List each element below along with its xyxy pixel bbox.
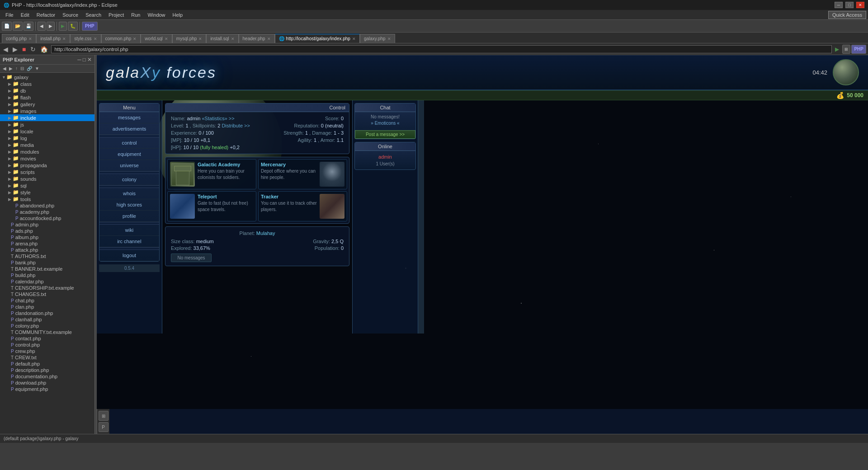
tb-back-btn[interactable]: ◀: [38, 22, 46, 31]
tree-accountlocked[interactable]: ▶ P accountlocked.php: [0, 215, 94, 221]
menu-whois[interactable]: whois: [99, 188, 159, 199]
et-collapse[interactable]: ⊟: [19, 66, 25, 71]
tree-root[interactable]: ▼ 📁 galaxy: [0, 74, 94, 80]
no-messages-btn[interactable]: No messages: [171, 254, 212, 262]
tree-clandonation[interactable]: P clandonation.php: [0, 310, 94, 316]
tree-abandoned[interactable]: ▶ P abandoned.php: [0, 202, 94, 209]
menu-file[interactable]: File: [2, 11, 17, 19]
tab-mysql[interactable]: mysql.php ✕: [172, 34, 207, 43]
tree-propaganda[interactable]: ▶ 📁 propaganda: [0, 162, 94, 169]
addr-stop-btn[interactable]: ■: [21, 46, 27, 53]
tree-bank[interactable]: P bank.php: [0, 259, 94, 266]
tree-contact[interactable]: P contact.php: [0, 335, 94, 342]
tab-style-close[interactable]: ✕: [94, 37, 97, 41]
tree-flash[interactable]: ▶ 📁 flash: [0, 94, 94, 101]
tab-world-close[interactable]: ✕: [165, 37, 168, 41]
menu-advertisements[interactable]: advertisements: [99, 123, 159, 135]
tree-modules[interactable]: ▶ 📁 modules: [0, 148, 94, 155]
tb-open-btn[interactable]: 📂: [13, 22, 23, 31]
tab-install-sql-close[interactable]: ✕: [231, 37, 235, 41]
tree-gallery[interactable]: ▶ 📁 gallery: [0, 101, 94, 108]
tree-class[interactable]: ▶ 📁 class: [0, 80, 94, 87]
menu-colony[interactable]: colony: [99, 174, 159, 185]
game-scrollbar[interactable]: [418, 100, 424, 334]
menu-help[interactable]: Help: [169, 11, 187, 19]
distribute-link[interactable]: Distribute >>: [222, 123, 250, 128]
tree-attack[interactable]: P attack.php: [0, 247, 94, 253]
tree-crew[interactable]: P crew.php: [0, 348, 94, 354]
address-input[interactable]: [51, 45, 832, 53]
tab-install-sql[interactable]: install.sql ✕: [206, 34, 238, 43]
et-up[interactable]: ↑: [14, 66, 19, 71]
tree-sql[interactable]: ▶ 📁 sql: [0, 182, 94, 189]
tab-header[interactable]: header.php ✕: [239, 34, 275, 43]
loc-mercenary[interactable]: Mercenary Depot office where you can hir…: [258, 159, 347, 189]
menu-project[interactable]: Project: [105, 11, 127, 19]
tree-clanhall[interactable]: P clanhall.php: [0, 316, 94, 323]
statistics-link[interactable]: «Statistics» >>: [202, 116, 235, 121]
tree-equipment[interactable]: P equipment.php: [0, 386, 94, 392]
explorer-minimize[interactable]: ─: [77, 56, 81, 63]
menu-edit[interactable]: Edit: [17, 11, 33, 19]
tree-chat[interactable]: P chat.php: [0, 297, 94, 304]
addr-back-btn[interactable]: ◀: [2, 46, 9, 53]
tree-documentation[interactable]: P documentation.php: [0, 373, 94, 380]
explorer-close[interactable]: ✕: [87, 56, 92, 63]
minimize-btn[interactable]: ─: [835, 2, 843, 8]
loc-tracker[interactable]: Tracker You can use it to track other pl…: [258, 191, 347, 221]
tree-tools[interactable]: ▶ 📁 tools: [0, 196, 94, 202]
tree-movies[interactable]: ▶ 📁 movies: [0, 155, 94, 162]
menu-irc[interactable]: irc channel: [99, 236, 159, 247]
eclipse-php-btn[interactable]: PHP: [851, 45, 866, 54]
tab-install[interactable]: install.php ✕: [36, 34, 70, 43]
tab-index[interactable]: 🌐 http://localhost/galaxy/index.php ✕: [275, 34, 360, 43]
tab-header-close[interactable]: ✕: [267, 37, 271, 41]
tree-db[interactable]: ▶ 📁 db: [0, 87, 94, 94]
tab-config-close[interactable]: ✕: [28, 37, 32, 41]
close-btn[interactable]: ✕: [856, 2, 864, 8]
tree-ads[interactable]: P ads.php: [0, 228, 94, 234]
tree-clan[interactable]: P clan.php: [0, 304, 94, 310]
menu-messages[interactable]: messages: [99, 112, 159, 123]
addr-forward-btn[interactable]: ▶: [11, 46, 19, 53]
tab-galaxy-close[interactable]: ✕: [387, 37, 391, 41]
post-message-btn[interactable]: Post a message >>: [355, 130, 415, 139]
tree-admin[interactable]: P admin.php: [0, 221, 94, 228]
tab-common[interactable]: common.php ✕: [101, 34, 141, 43]
tree-crewtxt[interactable]: T CREW.txt: [0, 354, 94, 361]
tree-academy[interactable]: ▶ P academy.php: [0, 209, 94, 215]
maximize-btn[interactable]: □: [845, 2, 854, 8]
online-user[interactable]: admin: [357, 153, 413, 160]
tree-community[interactable]: T COMMUNITY.txt.example: [0, 329, 94, 335]
addr-refresh-btn[interactable]: ↻: [29, 46, 37, 53]
menu-equipment[interactable]: equipment: [99, 149, 159, 160]
tree-album[interactable]: P album.php: [0, 234, 94, 240]
tree-calendar[interactable]: P calendar.php: [0, 278, 94, 285]
tree-banner[interactable]: T BANNER.txt.example: [0, 266, 94, 272]
addr-home-btn[interactable]: 🏠: [39, 46, 49, 53]
tree-media[interactable]: ▶ 📁 media: [0, 141, 94, 148]
loc-academy[interactable]: Galactic Academy Here you can train your…: [167, 159, 256, 189]
tree-js[interactable]: ▶ 📁 js: [0, 121, 94, 128]
tb-php-btn[interactable]: PHP: [82, 22, 98, 31]
et-back[interactable]: ◀: [2, 66, 7, 71]
menu-search[interactable]: Search: [82, 11, 105, 19]
menu-source[interactable]: Source: [59, 11, 82, 19]
tab-config[interactable]: config.php ✕: [2, 34, 36, 43]
tree-control[interactable]: P control.php: [0, 342, 94, 348]
tree-scripts[interactable]: ▶ 📁 scripts: [0, 169, 94, 175]
eclipse-icon1[interactable]: ⊞: [99, 411, 108, 421]
tree-style[interactable]: ▶ 📁 style: [0, 189, 94, 196]
menu-wiki[interactable]: wiki: [99, 225, 159, 236]
tree-description[interactable]: P description.php: [0, 367, 94, 373]
et-link[interactable]: 🔗: [26, 66, 33, 71]
tree-download[interactable]: P download.php: [0, 380, 94, 386]
tab-common-close[interactable]: ✕: [133, 37, 137, 41]
tb-forward-btn[interactable]: ▶: [47, 22, 55, 31]
eclipse-icon2[interactable]: P: [99, 422, 108, 432]
tree-changes[interactable]: T CHANGES.txt: [0, 291, 94, 297]
et-forward[interactable]: ▶: [8, 66, 14, 71]
menu-run[interactable]: Run: [127, 11, 144, 19]
tree-arena[interactable]: P arena.php: [0, 240, 94, 247]
tb-new-btn[interactable]: 📄: [2, 22, 12, 31]
